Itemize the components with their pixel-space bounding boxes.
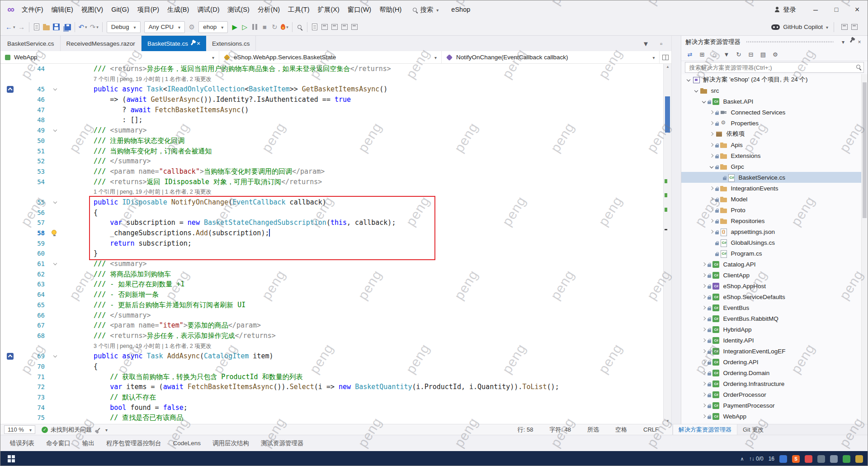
tree-expander-icon[interactable] <box>700 382 708 385</box>
code-row[interactable]: 54 /// <returns>返回 IDisposable 对象，可用于取消订… <box>0 177 663 187</box>
dock-tab[interactable]: 解决方案资源管理器 <box>673 424 737 435</box>
scroll-up-icon[interactable]: ▲ <box>664 65 671 69</box>
tree-expander-icon[interactable] <box>708 122 715 124</box>
tree-item[interactable]: src <box>681 85 861 96</box>
tree-expander-icon[interactable] <box>700 263 708 266</box>
editor-tab[interactable]: BasketState.cs× <box>142 36 206 51</box>
code-row[interactable]: 48 : []; <box>0 115 663 125</box>
tree-item[interactable]: BasketService.cs <box>681 172 861 183</box>
refresh-icon[interactable]: ↻ <box>733 49 744 60</box>
status-indent-mode[interactable]: 空格 <box>615 426 627 434</box>
close-icon[interactable]: × <box>855 39 863 45</box>
tree-item[interactable]: Connected Services <box>681 107 861 118</box>
tree-expander-icon[interactable] <box>700 317 708 320</box>
code-row[interactable]: 63 /// - 如果已存在则数量 +1 <box>0 279 663 290</box>
platform-dropdown[interactable]: Any CPU <box>144 21 185 33</box>
hidden-icons-chevron[interactable]: ∧ <box>741 456 744 462</box>
code-row[interactable]: 73 // 默认不存在 <box>0 392 663 403</box>
save-all-icon[interactable] <box>61 21 72 33</box>
tree-expander-icon[interactable] <box>700 100 708 103</box>
scroll-down-icon[interactable]: ▼ <box>664 419 671 423</box>
code-row[interactable]: 60 } <box>0 248 663 259</box>
tree-item[interactable]: Ordering.API <box>681 357 861 367</box>
save-icon[interactable] <box>52 21 61 33</box>
tree-item[interactable]: IntegrationEventLogEF <box>681 346 861 357</box>
tree-expander-icon[interactable] <box>700 274 708 276</box>
code-row[interactable]: 65 /// - 更新后台购物车并通知所有订阅者刷新 UI <box>0 300 663 310</box>
fold-collapse-icon[interactable] <box>53 87 57 90</box>
drag-grip[interactable] <box>746 41 834 43</box>
fold-collapse-icon[interactable] <box>53 200 57 204</box>
tree-item[interactable]: GlobalUsings.cs <box>681 237 861 248</box>
tree-expander-icon[interactable] <box>700 328 708 331</box>
tree-item[interactable]: Ordering.Infrastructure <box>681 378 861 389</box>
code-row[interactable]: 64 /// - 否则新增一条 <box>0 290 663 300</box>
minimize-button[interactable] <box>805 0 826 19</box>
tab-list-icon[interactable]: ▼ <box>641 38 651 49</box>
fold-collapse-icon[interactable] <box>53 354 57 357</box>
tree-vertical-scrollbar[interactable] <box>861 74 868 424</box>
code-cleanup-icon[interactable] <box>97 428 100 431</box>
security-icon[interactable] <box>843 455 850 463</box>
tree-expander-icon[interactable] <box>708 209 715 211</box>
tree-item[interactable]: appsettings.json <box>681 226 861 237</box>
code-row[interactable]: 61 /// <summary> <box>0 259 663 269</box>
break-all-icon[interactable] <box>250 21 259 33</box>
code-row[interactable]: 56 { <box>0 208 663 218</box>
code-row[interactable]: 45 public async Task<IReadOnlyCollection… <box>0 84 663 95</box>
menu-item[interactable]: 生成(B) <box>163 0 193 19</box>
open-file-icon[interactable] <box>42 21 52 33</box>
window-position-icon[interactable]: ▾ <box>839 39 847 45</box>
tree-item[interactable]: Repositories <box>681 215 861 226</box>
restart-icon[interactable]: ↻ <box>269 21 279 33</box>
properties-icon[interactable]: ⚙ <box>769 49 781 60</box>
tree-expander-icon[interactable] <box>708 133 715 135</box>
tree-expander-icon[interactable] <box>700 404 708 407</box>
switch-views-icon[interactable]: ⊞ <box>696 49 708 60</box>
maximize-button[interactable] <box>826 0 847 19</box>
code-row[interactable]: 55 public IDisposable NotifyOnChange(Eve… <box>0 197 663 208</box>
tree-expander-icon[interactable] <box>708 187 715 190</box>
configuration-dropdown[interactable]: Debug <box>107 21 141 33</box>
show-all-files-icon[interactable]: ▤ <box>757 49 769 60</box>
status-line-ending[interactable]: CRLF <box>643 426 659 433</box>
sync-namespaces-icon[interactable] <box>310 21 320 33</box>
tree-expander-icon[interactable] <box>708 111 715 114</box>
tree-expander-icon[interactable] <box>700 371 708 374</box>
scrollbar-thumb[interactable] <box>665 96 670 133</box>
sogou-input-icon[interactable]: S <box>792 455 800 463</box>
menu-item[interactable]: 项目(P) <box>133 0 163 19</box>
tree-item[interactable]: Grpc <box>681 161 861 172</box>
fold-collapse-icon[interactable] <box>53 128 57 132</box>
code-row[interactable]: 59 return subscription; <box>0 238 663 249</box>
member-dropdown[interactable]: NotifyOnChange(EventCallback callback) <box>442 51 660 63</box>
float-window-icon[interactable]: ▫ <box>656 38 666 49</box>
tree-item[interactable]: 解决方案 'eShop' (24 个项目, 共 24 个) <box>681 74 861 85</box>
quick-actions-lightbulb-icon[interactable] <box>52 230 57 235</box>
chevron-down-icon[interactable] <box>826 24 828 30</box>
terminal-icon[interactable] <box>340 21 349 33</box>
find-in-files-icon[interactable] <box>295 21 305 33</box>
sign-in-button[interactable]: 登录 <box>774 5 796 14</box>
document-health-indicator[interactable]: 未找到相关问题 <box>42 426 92 434</box>
scrollbar-thumb[interactable] <box>863 82 867 218</box>
menu-item[interactable]: 窗口(W) <box>344 0 375 19</box>
code-row[interactable]: 49 /// <summary> <box>0 125 663 136</box>
pin-icon[interactable] <box>847 39 855 45</box>
stop-icon[interactable]: ■ <box>259 21 269 33</box>
bottom-panel-tab[interactable]: 命令窗口 <box>40 435 76 451</box>
code-row[interactable]: 75 // 查找是否已有该商品 <box>0 413 663 423</box>
menu-item[interactable]: 文件(F) <box>18 0 47 19</box>
code-row[interactable]: 52 /// </summary> <box>0 156 663 166</box>
start-without-debugging-icon[interactable]: ▷ <box>240 21 250 33</box>
tree-item[interactable]: ClientApp <box>681 270 861 281</box>
bottom-panel-tab[interactable]: 调用层次结构 <box>207 435 255 451</box>
tree-item[interactable]: Basket.API <box>681 96 861 107</box>
tree-expander-icon[interactable] <box>700 306 708 309</box>
tree-item[interactable]: Proto <box>681 204 861 215</box>
tree-item[interactable]: 依赖项 <box>681 128 861 139</box>
tree-expander-icon[interactable] <box>685 78 692 81</box>
tree-item[interactable]: PaymentProcessor <box>681 400 861 411</box>
tree-expander-icon[interactable] <box>700 339 708 342</box>
code-row[interactable]: 44 /// <returns>异步任务，返回当前用户的购物车商品集合，如果未登… <box>0 64 663 74</box>
